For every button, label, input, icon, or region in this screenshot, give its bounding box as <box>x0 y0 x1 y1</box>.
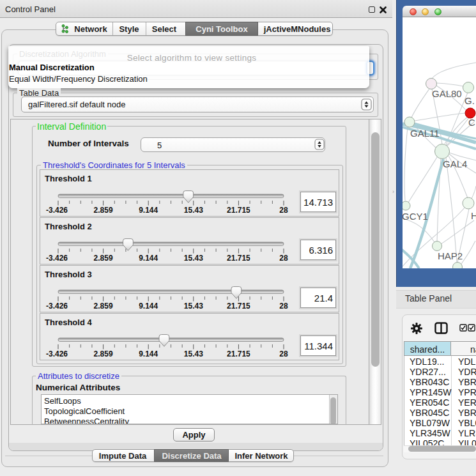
svg-text:GCY1: GCY1 <box>403 211 428 222</box>
svg-text:28: 28 <box>279 349 288 358</box>
svg-text:GAL11: GAL11 <box>410 128 440 139</box>
svg-text:28: 28 <box>279 206 288 215</box>
svg-text:21.715: 21.715 <box>227 349 250 358</box>
svg-text:2.859: 2.859 <box>94 254 113 263</box>
svg-text:9.144: 9.144 <box>139 206 158 215</box>
svg-text:9.144: 9.144 <box>139 254 158 263</box>
svg-text:2.859: 2.859 <box>94 349 113 358</box>
svg-text:-3.426: -3.426 <box>46 254 68 263</box>
svg-text:-3.426: -3.426 <box>46 206 68 215</box>
svg-text:15.43: 15.43 <box>184 349 203 358</box>
svg-text:HAP2: HAP2 <box>438 250 463 261</box>
svg-text:15.43: 15.43 <box>184 302 203 311</box>
svg-text:-3.426: -3.426 <box>46 349 68 358</box>
svg-text:28: 28 <box>279 254 288 263</box>
svg-text:21.715: 21.715 <box>227 254 250 263</box>
svg-text:GAL4: GAL4 <box>443 158 467 169</box>
svg-text:28: 28 <box>279 302 288 311</box>
svg-text:21.715: 21.715 <box>227 206 250 215</box>
svg-text:-3.426: -3.426 <box>46 302 68 311</box>
svg-text:21.715: 21.715 <box>227 302 250 311</box>
svg-text:2.859: 2.859 <box>94 206 113 215</box>
svg-text:9.144: 9.144 <box>139 349 158 358</box>
svg-text:H: H <box>471 210 476 221</box>
svg-text:2.859: 2.859 <box>94 302 113 311</box>
svg-text:G.: G. <box>464 95 475 106</box>
svg-text:15.43: 15.43 <box>184 206 203 215</box>
svg-text:15.43: 15.43 <box>184 254 203 263</box>
svg-text:9.144: 9.144 <box>139 302 158 311</box>
svg-text:GAL80: GAL80 <box>432 88 462 99</box>
svg-text:C: C <box>468 117 475 128</box>
